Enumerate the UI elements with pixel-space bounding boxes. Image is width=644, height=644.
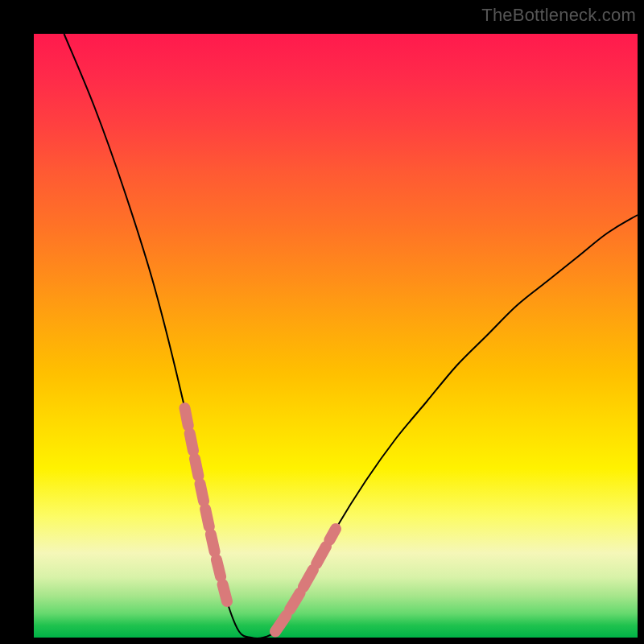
plot-area [34, 34, 638, 638]
watermark-text: TheBottleneck.com [481, 5, 636, 26]
chart-frame: TheBottleneck.com [0, 0, 644, 644]
bottleneck-curve [64, 34, 638, 638]
highlight-right [275, 529, 336, 632]
curve-layer [34, 34, 638, 638]
highlight-left [185, 408, 228, 601]
